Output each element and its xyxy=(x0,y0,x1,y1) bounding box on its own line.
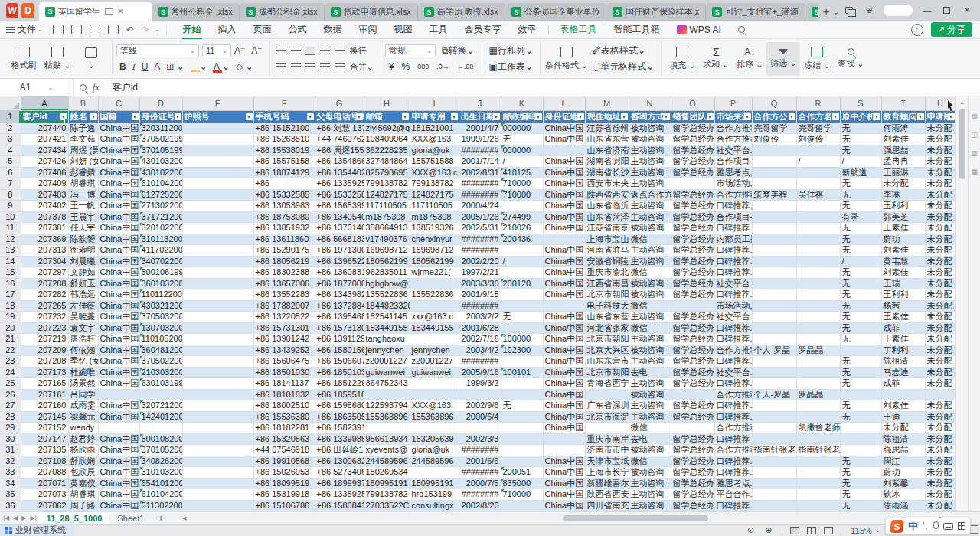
cell-M13[interactable]: 河南省驻马 xyxy=(585,245,629,257)
menu-item-审阅[interactable]: 审阅 xyxy=(351,21,386,39)
row-number-4[interactable]: 4 xyxy=(0,145,21,156)
cell-K20[interactable] xyxy=(501,322,543,334)
cell-E34[interactable] xyxy=(182,478,253,489)
cell-R14[interactable] xyxy=(796,256,840,267)
cell-H11[interactable]: 358664913 xyxy=(364,223,410,234)
cell-J19[interactable]: 2003/2/2 xyxy=(459,312,501,323)
cell-J25[interactable]: 1999/3/2 xyxy=(459,378,501,390)
cell-Q13[interactable] xyxy=(752,245,796,257)
cell-N17[interactable]: 被动咨询 xyxy=(629,289,671,301)
column-header-E[interactable]: E xyxy=(182,96,253,111)
cell-O34[interactable]: 留学总经办 xyxy=(671,478,714,489)
cell-F19[interactable]: +86 13220522 xyxy=(253,312,315,323)
cell-G35[interactable]: +86 1335925706 xyxy=(315,489,364,501)
cell-G22[interactable]: +86 1580156591 xyxy=(315,345,364,356)
cell-G20[interactable]: +86 1573130169 xyxy=(315,322,364,334)
cell-P10[interactable]: 合作项目- xyxy=(714,211,752,223)
cell-R29[interactable]: 凯撒曾老师 xyxy=(796,423,840,434)
cell-M11[interactable]: 江苏省南京 xyxy=(585,223,629,234)
borders-button[interactable]: ⊞ ⌄ xyxy=(163,60,187,74)
increase-decimal-icon[interactable]: .0→ xyxy=(433,63,453,70)
column-header-N[interactable]: N xyxy=(629,96,671,111)
cell-U23[interactable]: 未分配 xyxy=(925,356,956,368)
ime-menu-icon[interactable] xyxy=(958,522,965,530)
cell-B32[interactable]: 舒欣娴 (女 xyxy=(68,456,98,467)
cell-C23[interactable]: China中国 xyxy=(98,356,139,368)
cell-G9[interactable]: +86 1565399710 xyxy=(315,201,364,212)
cell-I2[interactable]: 151521001 xyxy=(410,123,459,134)
cell-D34[interactable]: 654101200007050581 xyxy=(139,478,182,489)
cell-A2[interactable]: 207440 xyxy=(21,123,68,134)
decrease-font-icon[interactable]: A⁻ xyxy=(248,44,265,57)
sidebar-more-icon[interactable]: ▦ xyxy=(971,168,978,175)
cell-F21[interactable]: +86 13901242 xyxy=(253,334,315,345)
header-cell-G[interactable]: 父母电话号码 xyxy=(315,111,364,123)
cell-B4[interactable]: 周煜 (男) xyxy=(68,145,98,156)
cell-F10[interactable]: +86 18753080 xyxy=(253,211,315,223)
cell-D29[interactable] xyxy=(139,423,182,434)
cell-P5[interactable]: 合作项目- xyxy=(714,156,752,168)
cell-J29[interactable] xyxy=(459,423,501,434)
table-style-button[interactable]: 🖉 表格样式 ⌄ xyxy=(589,44,648,57)
cell-G26[interactable]: +86 1859518772 xyxy=(315,389,364,400)
cell-C14[interactable]: China中国 xyxy=(98,256,139,267)
cell-M17[interactable]: 北京市朝阳 xyxy=(585,289,629,301)
row-number-34[interactable]: 34 xyxy=(0,478,21,489)
cell-H26[interactable] xyxy=(364,389,410,400)
cell-P13[interactable]: 口碑推荐,口 xyxy=(714,245,752,257)
cell-P8[interactable]: 合作方推荐 xyxy=(714,189,752,201)
cell-B8[interactable]: 冯一博 (男 xyxy=(68,189,98,201)
cell-P24[interactable]: 社交平台. xyxy=(714,367,752,378)
copy-button[interactable]: ⌄ xyxy=(74,42,108,76)
cell-E21[interactable] xyxy=(182,334,253,345)
column-header-D[interactable]: D xyxy=(139,96,182,111)
row-number-31[interactable]: 31 xyxy=(0,445,21,456)
cell-A35[interactable]: 207073 xyxy=(21,489,68,501)
cell-G15[interactable]: +86 1360831276 xyxy=(315,267,364,279)
column-header-F[interactable]: F xyxy=(253,96,315,111)
cell-G29[interactable]: +86 1582391866 xyxy=(315,423,364,434)
cell-L9[interactable]: China中国 xyxy=(543,201,585,212)
cell-J26[interactable] xyxy=(459,389,501,400)
cell-C35[interactable]: China中国 xyxy=(98,489,139,501)
cell-R13[interactable] xyxy=(796,245,840,257)
cell-J22[interactable]: 2003/4/2 xyxy=(459,345,501,356)
cell-T7[interactable]: 未分配 xyxy=(881,178,925,190)
cell-G14[interactable]: +86 1396522100 xyxy=(315,256,364,267)
align-top-icon[interactable] xyxy=(276,47,286,55)
cell-L5[interactable]: China中国 xyxy=(543,156,585,168)
cell-G13[interactable]: +86 1971300890 xyxy=(315,245,364,257)
cell-G31[interactable]: +86 田延岭1395 xyxy=(315,445,364,456)
file-menu[interactable]: 文件⌄ xyxy=(6,23,43,36)
cell-I20[interactable]: 153449155 xyxy=(410,322,459,334)
cell-M18[interactable]: 电子科技大 xyxy=(585,300,629,312)
cell-C21[interactable]: China中国 xyxy=(98,334,139,345)
cell-O17[interactable]: 留学总经办 xyxy=(671,289,714,301)
cell-M12[interactable]: 上海市宝山 xyxy=(585,234,629,245)
cell-Q23[interactable] xyxy=(752,356,796,368)
cell-D18[interactable]: 430321200211140121 xyxy=(139,300,182,312)
cell-S33[interactable]: 无 xyxy=(840,467,881,479)
file-tab[interactable]: S宁夏教师样本.xlsx xyxy=(805,3,818,21)
row-number-19[interactable]: 19 xyxy=(0,312,21,323)
cell-H30[interactable]: 956613934 xyxy=(364,433,410,445)
align-left-icon[interactable] xyxy=(276,63,286,71)
cell-I26[interactable] xyxy=(410,389,459,400)
first-sheet-icon[interactable]: ∣◀ xyxy=(0,515,11,521)
column-header-Q[interactable]: Q xyxy=(752,96,796,111)
print-preview-icon[interactable] xyxy=(108,25,119,34)
cell-O5[interactable]: 留学总经办 xyxy=(671,156,714,168)
cell-B33[interactable]: 包欣辰 (女 xyxy=(68,467,98,479)
cell-I34[interactable]: 180995191 xyxy=(410,478,459,489)
cell-U27[interactable]: 未分配 xyxy=(925,400,956,412)
skin-settings-icon[interactable]: ⊕ xyxy=(859,3,879,18)
cell-B24[interactable]: 桂婉唯 (女 xyxy=(68,367,98,378)
cell-I6[interactable]: XXX@163.c xyxy=(410,167,459,178)
row-number-21[interactable]: 21 xyxy=(0,334,21,345)
cell-A14[interactable]: 207304 xyxy=(21,256,68,267)
column-header-K[interactable]: K xyxy=(501,96,543,111)
cell-O3[interactable]: 留学总经办 xyxy=(671,134,714,145)
cell-C26[interactable] xyxy=(98,389,139,400)
cell-Q35[interactable] xyxy=(752,489,796,501)
cell-F35[interactable]: +86 15319918 xyxy=(253,489,315,501)
